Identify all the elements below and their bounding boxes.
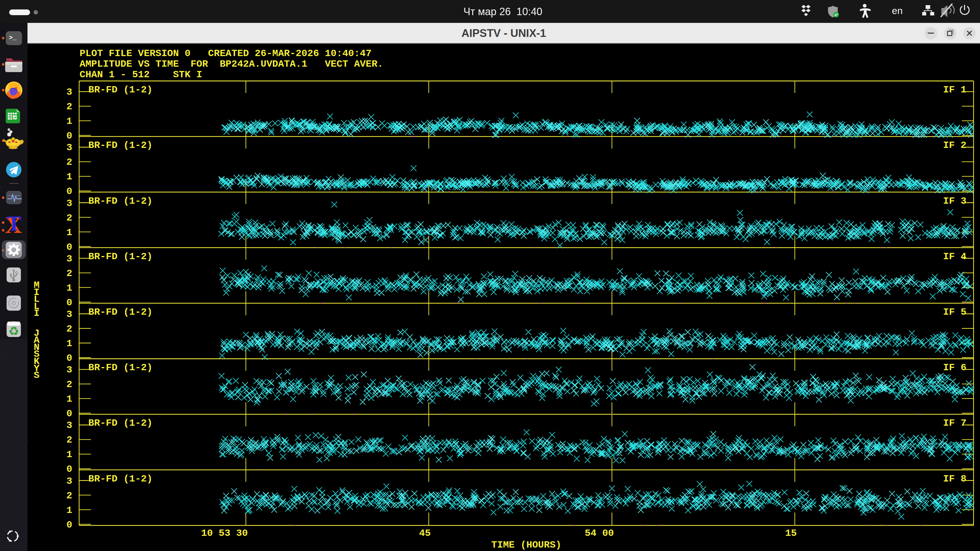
svg-text:1: 1 [67, 449, 72, 460]
svg-text:0: 0 [67, 353, 72, 364]
svg-text:BR-FD (1-2): BR-FD (1-2) [88, 362, 153, 373]
svg-text:1: 1 [67, 394, 72, 405]
svg-text:1: 1 [67, 505, 72, 516]
svg-text:>_: >_ [9, 34, 17, 41]
svg-text:3: 3 [67, 142, 72, 153]
svg-text:BR-FD (1-2): BR-FD (1-2) [88, 84, 153, 95]
svg-text:CHAN 1 - 512 STK I: CHAN 1 - 512 STK I [80, 69, 202, 80]
svg-text:BR-FD (1-2): BR-FD (1-2) [88, 307, 153, 318]
svg-text:IF 5: IF 5 [943, 307, 967, 318]
svg-text:IF 6: IF 6 [943, 362, 967, 373]
svg-text:1: 1 [67, 338, 72, 349]
svg-text:3: 3 [67, 476, 72, 487]
svg-text:IF 4: IF 4 [943, 251, 967, 262]
svg-text:0: 0 [67, 297, 72, 308]
svg-text:2: 2 [67, 491, 72, 501]
svg-text:0: 0 [67, 186, 72, 197]
svg-text:45: 45 [419, 528, 431, 539]
svg-text:Чт мар 26 10:40: Чт мар 26 10:40 [463, 6, 542, 17]
svg-text:AIPSTV - UNIX-1: AIPSTV - UNIX-1 [461, 27, 546, 39]
svg-text:0: 0 [67, 130, 72, 141]
svg-text:2: 2 [67, 101, 72, 112]
svg-text:BR-FD (1-2): BR-FD (1-2) [88, 418, 153, 429]
svg-text:1: 1 [67, 116, 72, 127]
svg-text:I: I [34, 308, 40, 319]
svg-text:T: T [7, 212, 21, 235]
svg-text:0: 0 [67, 242, 72, 252]
svg-text:TIME (HOURS): TIME (HOURS) [492, 540, 562, 550]
svg-text:BR-FD (1-2): BR-FD (1-2) [88, 251, 153, 262]
svg-text:2: 2 [67, 324, 72, 334]
svg-text:IF 7: IF 7 [943, 418, 967, 429]
svg-text:3: 3 [67, 364, 72, 375]
svg-text:2: 2 [67, 213, 72, 224]
svg-text:IF 3: IF 3 [943, 196, 967, 206]
svg-text:3: 3 [67, 87, 72, 98]
svg-text:2: 2 [67, 157, 72, 168]
svg-text:1: 1 [67, 227, 72, 238]
svg-text:2: 2 [67, 379, 72, 390]
svg-text:1: 1 [67, 171, 72, 182]
svg-text:IF 1: IF 1 [943, 84, 967, 95]
svg-text:10 53 30: 10 53 30 [201, 528, 248, 539]
svg-text:1: 1 [67, 283, 72, 294]
svg-text:15: 15 [785, 528, 797, 539]
svg-text:3: 3 [67, 309, 72, 320]
svg-text:S: S [34, 370, 40, 381]
svg-text:0: 0 [67, 464, 72, 475]
svg-text:3: 3 [67, 254, 72, 264]
svg-text:IF 2: IF 2 [943, 140, 967, 151]
svg-text:0: 0 [67, 408, 72, 419]
svg-text:54 00: 54 00 [585, 528, 614, 539]
svg-text:3: 3 [67, 198, 72, 209]
svg-text:en: en [892, 5, 903, 16]
svg-text:PLOT FILE VERSION 0 CREATED: PLOT FILE VERSION 0 CREATED 26-MAR-2026 … [80, 48, 372, 59]
svg-text:BR-FD (1-2): BR-FD (1-2) [88, 196, 153, 206]
svg-text:IF 8: IF 8 [943, 473, 967, 484]
svg-text:AMPLITUDE VS TIME FOR BP242A: AMPLITUDE VS TIME FOR BP242A.UVDATA.1 VE… [80, 59, 383, 70]
svg-text:BR-FD (1-2): BR-FD (1-2) [88, 140, 153, 151]
svg-text:3: 3 [67, 420, 72, 431]
svg-text:0: 0 [67, 519, 72, 530]
svg-text:2: 2 [67, 435, 72, 445]
svg-text:BR-FD (1-2): BR-FD (1-2) [88, 473, 153, 484]
svg-text:2: 2 [67, 268, 72, 279]
svg-text:♻: ♻ [8, 324, 19, 338]
